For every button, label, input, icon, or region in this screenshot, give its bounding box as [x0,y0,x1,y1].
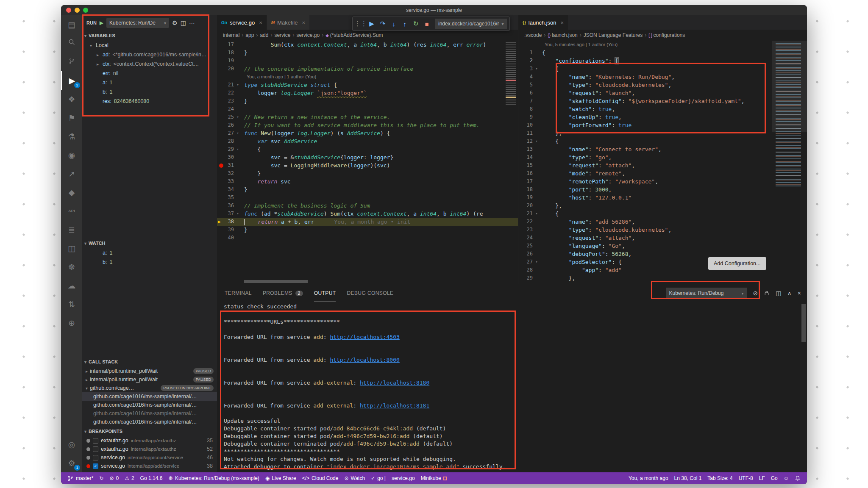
stop-button[interactable]: ■ [421,18,432,29]
code-editor-launchjson[interactable]: You, 5 minutes ago | 1 author (You)1{2 "… [518,41,807,284]
status-go-version[interactable]: Go 1.14.6 [137,472,166,484]
gutter[interactable]: 33 [217,177,244,186]
activity-extensions-icon[interactable]: ❖ [61,90,82,108]
restart-button[interactable]: ↻ [410,18,421,29]
gutter[interactable]: 24 [518,234,542,242]
status-live-share[interactable]: ◉Live Share [262,472,299,484]
breakpoint-checkbox[interactable] [93,446,98,452]
close-icon[interactable]: × [302,19,306,26]
status-notifications[interactable] [792,472,804,484]
variables-scope[interactable]: ▾Local [82,41,217,50]
start-debug-button[interactable]: ▶ [100,20,103,26]
activity-deploy-icon[interactable]: ↗ [61,164,82,183]
breadcrumb-item[interactable]: service [274,32,290,38]
call-stack-frame[interactable]: github.com/cage1016/ms-sample/internal/… [82,392,217,401]
status-tab-size[interactable]: Tab Size: 4 [704,472,735,484]
gutter[interactable]: 24 [217,105,244,113]
close-icon[interactable]: × [259,19,262,26]
fold-icon[interactable]: ▾ [234,129,242,137]
gutter[interactable]: 40 [217,234,244,242]
activity-run-debug-icon[interactable]: ▶2 [61,71,82,90]
output-content[interactable]: status check succeeded**************URLs… [224,303,798,472]
gutter[interactable]: 20 [518,202,542,210]
variable-row[interactable]: ▸ad:<*github.com/cage1016/ms-sample/in… [82,50,217,59]
continue-button[interactable]: ▶ [366,18,377,29]
code-editor-servicego[interactable]: 17 Sum(ctx context.Context, a int64, b i… [217,41,518,284]
gear-icon[interactable]: ⚙ [172,19,178,26]
status-sync[interactable]: ↻ [96,472,106,484]
gutter[interactable]: 14 [518,153,542,161]
breadcrumb-item[interactable]: service.go [296,32,320,38]
status-language-mode[interactable]: Go [768,472,781,484]
activity-git-extras-icon[interactable]: ⊕ [61,313,82,332]
breakpoint-checkbox[interactable]: ✓ [93,463,98,469]
breakpoints-section-header[interactable]: ▾ BREAKPOINTS [82,426,217,436]
activity-accounts-icon[interactable]: ◎ [61,435,82,454]
breadcrumb-item[interactable]: [ ]configurations [648,32,685,38]
gutter[interactable]: 3▾ [518,65,542,73]
watch-section-header[interactable]: ▾ WATCH [82,238,217,248]
gutter[interactable]: 25 [518,242,542,250]
activity-run-circle-icon[interactable]: ◉ [61,146,82,164]
step-into-button[interactable]: ↓ [388,18,399,29]
gutter[interactable]: ▶38 [217,218,244,226]
fold-icon[interactable]: ▾ [533,137,540,145]
tab-service.go[interactable]: Goservice.go× [217,15,267,30]
gutter[interactable]: 31 [217,161,244,169]
gutter[interactable]: 9 [518,113,542,121]
watch-row[interactable]: b:1 [82,258,217,267]
status-encoding[interactable]: UTF-8 [736,472,756,484]
call-stack-thread[interactable]: ▾github.com/cage…PAUSED ON BREAKPOINT [82,384,217,392]
variable-row[interactable]: ▸ctx:<context.Context(*context.valueCt… [82,59,217,69]
gutter[interactable]: 4 [518,73,542,81]
title-bar[interactable]: service.go — ms-sample [61,5,807,15]
gutter[interactable]: 22 [217,89,244,97]
clear-output-icon[interactable]: ⊘ [753,290,758,297]
variable-row[interactable]: res:824636460080 [82,97,217,106]
minimap[interactable] [506,41,516,284]
status-git-branch[interactable]: master* [64,472,96,484]
breadcrumb-item[interactable]: app [245,32,254,38]
activity-cloud-icon[interactable]: ☁ [61,276,82,295]
breakpoint-row[interactable]: extauthz.gointernal/app/extauthz35 [82,436,217,445]
activity-api-icon[interactable]: API [61,202,82,220]
breadcrumb-item[interactable]: JSON Language Features [584,32,643,38]
gutter[interactable]: 23 [217,97,244,105]
more-actions-icon[interactable]: ⋯ [189,19,195,26]
breadcrumb-item[interactable]: ◆(*stubAddService).Sum [326,32,383,38]
panel-tab-output[interactable]: OUTPUT [314,284,336,302]
breakpoint-checkbox[interactable] [93,455,98,460]
close-panel-icon[interactable]: × [798,290,801,297]
activity-docs-icon[interactable]: ≣ [61,220,82,239]
step-out-button[interactable]: ↑ [399,18,410,29]
gutter[interactable]: 13 [518,145,542,153]
gutter[interactable]: 26 [518,250,542,258]
activity-search-icon[interactable] [61,34,82,53]
gutter[interactable]: 5 [518,81,542,89]
debug-session-select[interactable]: index.docker.io/cage1016/r ▾ [435,19,507,29]
gutter[interactable]: 22 [518,218,542,226]
gutter[interactable]: 17 [518,177,542,186]
fold-icon[interactable]: ▾ [234,210,242,218]
status-minikube[interactable]: Minikube [418,472,450,484]
status-active-file[interactable]: service.go [389,472,418,484]
gutter[interactable]: 1 [518,49,542,57]
gutter[interactable]: 10 [518,121,542,129]
launch-config-select[interactable]: Kubernetes: Run/De ▾ [106,18,169,28]
call-stack-frame[interactable]: github.com/cage1016/ms-sample/internal/… [82,418,217,426]
activity-keybindings-icon[interactable]: ◆ [61,183,82,202]
horizontal-scrollbar[interactable] [244,280,308,283]
activity-testing-icon[interactable]: ⚗ [61,127,82,146]
gutter[interactable]: 28 [217,137,244,145]
status-watch-status[interactable]: ⊙Watch [341,472,368,484]
gutter[interactable]: 21▾ [217,81,244,89]
minimize-window-button[interactable] [75,8,80,13]
open-in-editor-icon[interactable]: ◫ [776,290,781,297]
gutter[interactable]: 26 [217,121,244,129]
fold-icon[interactable]: ▾ [234,81,242,89]
gutter[interactable]: 25▾ [217,113,244,121]
gutter[interactable]: 37▾ [217,210,244,218]
gutter[interactable]: 11 [518,129,542,137]
output-link[interactable]: http://localhost:8000 [330,357,399,363]
breakpoint-row[interactable]: extauthz.gointernal/app/extauthz52 [82,445,217,453]
